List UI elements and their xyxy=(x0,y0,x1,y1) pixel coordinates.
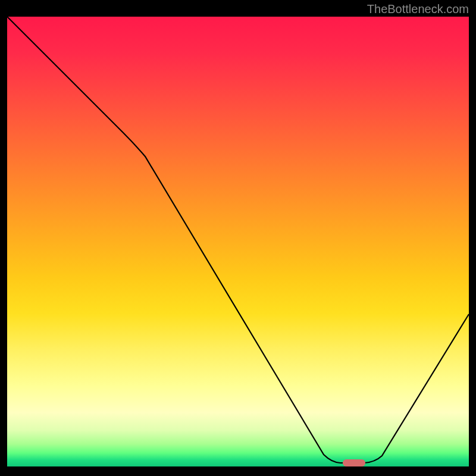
bottleneck-curve xyxy=(7,17,469,463)
chart-container: TheBottleneck.com xyxy=(0,0,476,476)
curve-svg xyxy=(7,17,469,466)
optimal-marker xyxy=(343,459,365,466)
watermark-text: TheBottleneck.com xyxy=(367,2,469,16)
plot-area xyxy=(7,17,469,466)
